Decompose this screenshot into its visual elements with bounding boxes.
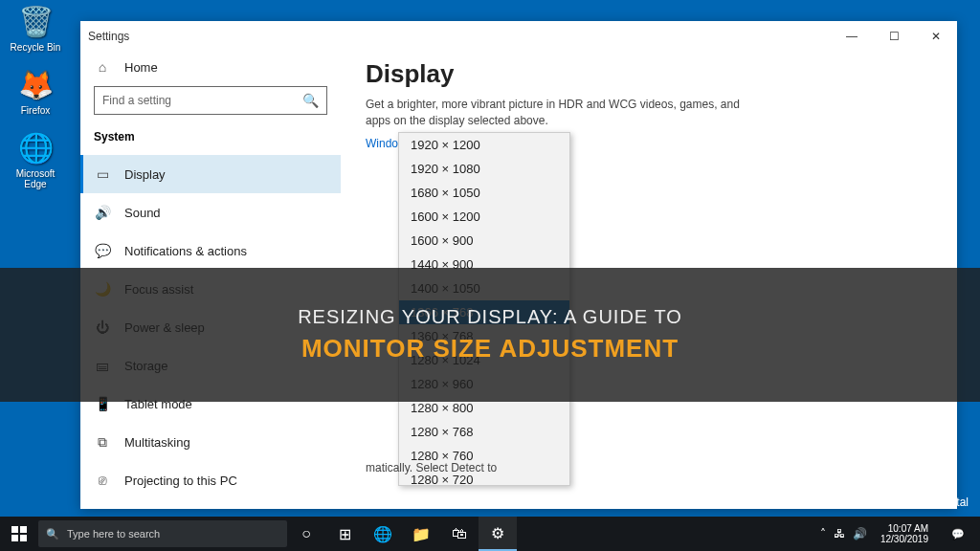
- desktop-icon-label: Microsoft Edge: [4, 168, 67, 189]
- resolution-option[interactable]: 1280 × 768: [399, 420, 569, 444]
- resolution-option[interactable]: 1920 × 1080: [399, 157, 569, 181]
- sidebar-item-display[interactable]: ▭Display: [80, 155, 341, 193]
- svg-rect-3: [20, 535, 27, 541]
- svg-rect-1: [20, 526, 27, 533]
- maximize-button[interactable]: ☐: [873, 21, 915, 52]
- sidebar-item-sound[interactable]: 🔊Sound: [80, 193, 341, 231]
- desktop-icon-recycle[interactable]: Recycle Bin: [4, 2, 67, 53]
- sidebar-item-notifications-actions[interactable]: 💬Notifications & actions: [80, 231, 341, 270]
- desktop-icon-label: Firefox: [4, 105, 67, 116]
- nav-icon: 💬: [94, 243, 111, 258]
- resolution-option[interactable]: 1920 × 1200: [399, 133, 569, 157]
- resolution-option[interactable]: 1680 × 1050: [399, 181, 569, 205]
- page-title: Display: [366, 59, 932, 89]
- nav-icon: 🔊: [94, 205, 111, 220]
- home-icon: ⌂: [94, 59, 111, 75]
- nav-label: Notifications & actions: [124, 244, 247, 258]
- taskbar-settings[interactable]: ⚙: [479, 517, 517, 551]
- tray-network-icon[interactable]: 🖧: [834, 527, 845, 540]
- taskbar-explorer[interactable]: 📁: [402, 517, 440, 551]
- taskview-button[interactable]: ⊞: [325, 517, 364, 551]
- desktop-icon-label: Recycle Bin: [4, 42, 67, 53]
- svg-rect-0: [11, 526, 18, 533]
- nav-label: Display: [124, 167, 166, 182]
- start-button[interactable]: [0, 517, 38, 551]
- search-input[interactable]: Find a setting🔍: [94, 86, 327, 115]
- search-icon: 🔍: [46, 528, 59, 540]
- nav-icon: ▭: [94, 166, 111, 182]
- taskbar-edge[interactable]: 🌐: [364, 517, 402, 551]
- firefox-icon: [16, 65, 55, 103]
- sidebar-item-projecting-to-this-pc[interactable]: ⎚Projecting to this PC: [80, 461, 341, 499]
- tray-volume-icon[interactable]: 🔊: [853, 527, 867, 540]
- nav-icon: ⎚: [94, 473, 111, 488]
- overlay-line2: MONITOR SIZE ADJUSTMENT: [301, 334, 679, 364]
- settings-window: Settings — ☐ ✕ ⌂Home Find a setting🔍 Sys…: [80, 21, 957, 509]
- minimize-button[interactable]: —: [831, 21, 873, 52]
- resolution-option[interactable]: 1600 × 1200: [399, 205, 569, 229]
- tray-up-icon[interactable]: ˄: [820, 527, 826, 540]
- recycle-bin-icon: [16, 2, 55, 40]
- taskbar-store[interactable]: 🛍: [440, 517, 479, 551]
- cortana-button[interactable]: ○: [287, 517, 325, 551]
- nav-icon: ⧉: [94, 434, 111, 451]
- sidebar-item-multitasking[interactable]: ⧉Multitasking: [80, 423, 341, 461]
- action-center-button[interactable]: 💬: [942, 528, 974, 540]
- svg-rect-2: [11, 535, 18, 541]
- desktop-icon-edge[interactable]: Microsoft Edge: [4, 128, 67, 189]
- detect-text: matically. Select Detect to: [366, 461, 497, 474]
- window-title: Settings: [88, 30, 129, 43]
- taskbar: 🔍Type here to search ○ ⊞ 🌐 📁 🛍 ⚙ ˄ 🖧 🔊 1…: [0, 517, 980, 551]
- taskbar-clock[interactable]: 10:07 AM 12/30/2019: [875, 523, 934, 544]
- watermark: Shun Digital: [906, 496, 969, 509]
- search-icon: 🔍: [302, 93, 319, 108]
- article-overlay: RESIZING YOUR DISPLAY: A GUIDE TO MONITO…: [0, 268, 980, 402]
- titlebar: Settings — ☐ ✕: [80, 21, 957, 52]
- page-description: Get a brighter, more vibrant picture in …: [366, 97, 768, 129]
- desktop-icon-firefox[interactable]: Firefox: [4, 65, 67, 116]
- close-button[interactable]: ✕: [915, 21, 957, 52]
- overlay-line1: RESIZING YOUR DISPLAY: A GUIDE TO: [298, 306, 682, 328]
- windows-icon: [11, 526, 27, 541]
- taskbar-search[interactable]: 🔍Type here to search: [38, 520, 287, 547]
- nav-label: Multitasking: [124, 435, 190, 450]
- home-button[interactable]: ⌂Home: [80, 52, 341, 82]
- nav-label: Sound: [124, 206, 161, 220]
- category-header: System: [80, 124, 341, 155]
- nav-label: Projecting to this PC: [124, 474, 237, 488]
- resolution-option[interactable]: 1600 × 900: [399, 229, 569, 253]
- edge-icon: [16, 128, 55, 166]
